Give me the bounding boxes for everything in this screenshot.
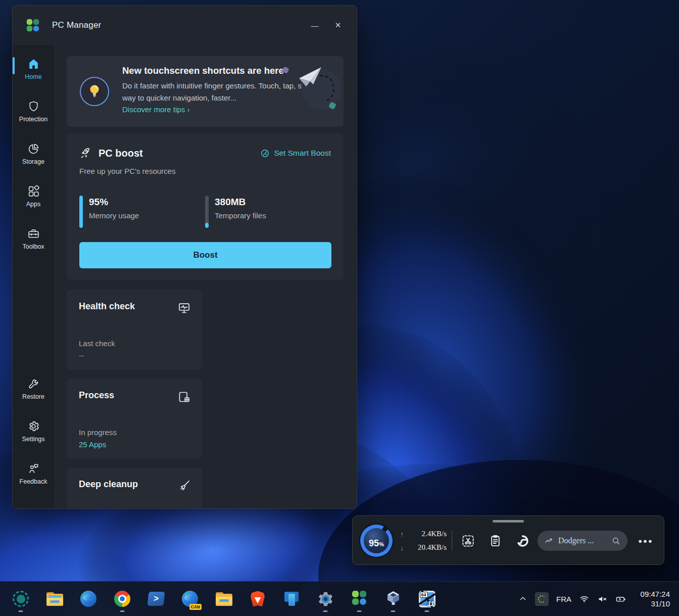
toolbox-icon <box>27 227 40 240</box>
process-apps-link[interactable]: 25 Apps <box>79 440 191 449</box>
cpu-usage-gauge[interactable]: 95% <box>360 525 393 557</box>
lightbulb-icon <box>80 77 109 106</box>
virtualbox-icon <box>385 590 402 608</box>
taskbar-settings[interactable] <box>316 584 335 614</box>
process-windows-icon <box>177 390 191 406</box>
title-bar: PC Manager — ✕ <box>13 6 357 45</box>
taskbar-brave[interactable] <box>248 584 267 614</box>
wrench-icon <box>27 377 40 390</box>
more-options-button[interactable]: ●●● <box>634 531 658 551</box>
process-card[interactable]: Process In progress 25 Apps <box>67 378 202 459</box>
storage-pie-icon <box>27 142 40 155</box>
pc-manager-logo-icon <box>26 18 40 32</box>
feedback-icon <box>27 462 40 475</box>
snip-button[interactable] <box>458 531 478 551</box>
file-explorer-icon <box>46 592 63 606</box>
drag-handle[interactable] <box>493 520 524 523</box>
canary-badge: CAN <box>189 604 202 610</box>
minimize-button[interactable]: — <box>303 17 326 34</box>
taskbar-folder[interactable] <box>214 584 233 614</box>
search-query-text: Dodgers ... <box>558 536 607 545</box>
sidebar-item-storage[interactable]: Storage <box>13 137 54 170</box>
temporary-files-bar <box>205 196 209 228</box>
sidebar-label: Home <box>25 73 41 80</box>
memory-usage-value: 95% <box>89 197 139 208</box>
system-tray: FRA 09:47:24 31/10 <box>518 589 674 609</box>
main-content: New touchscreen shortcuts are here Do it… <box>54 45 357 508</box>
paper-plane-illustration <box>275 58 341 114</box>
upload-arrow-icon: ↑ <box>400 530 404 538</box>
temporary-files-stat: 380MB Temporary files <box>205 196 331 228</box>
pc-boost-card: PC boost Set Smart Boost Free up your PC… <box>67 133 344 280</box>
performance-toolbar-widget: 95% ↑ 2.4KB/s ↓ 20.4KB/s <box>352 515 664 565</box>
set-smart-boost-link[interactable]: Set Smart Boost <box>260 149 331 158</box>
temporary-files-label: Temporary files <box>215 211 266 220</box>
sidebar-item-settings[interactable]: Settings <box>13 414 54 448</box>
volume-muted-icon[interactable] <box>597 594 608 604</box>
sidebar-item-apps[interactable]: Apps <box>13 179 54 213</box>
sidebar: Home Protection Storage <box>13 45 54 508</box>
hidden-icons-chevron[interactable] <box>518 594 527 603</box>
divider <box>452 531 452 551</box>
gear-icon <box>27 419 40 433</box>
apps-grid-icon <box>27 184 40 198</box>
snip-icon <box>461 534 475 548</box>
temporary-files-value: 380MB <box>215 197 266 208</box>
pc-boost-title: PC boost <box>99 148 143 159</box>
taskbar-virtualbox[interactable] <box>383 584 403 614</box>
sidebar-item-restore[interactable]: Restore <box>13 372 54 405</box>
taskbar-edge-canary[interactable]: CAN <box>180 584 200 614</box>
search-icon <box>611 536 621 546</box>
sidebar-item-feedback[interactable]: Feedback <box>13 457 54 490</box>
active-indicator <box>13 57 15 74</box>
health-monitor-icon <box>177 301 191 317</box>
edge-launcher-button[interactable] <box>512 531 532 551</box>
pc-manager-icon <box>351 590 367 608</box>
memory-usage-bar <box>79 196 83 228</box>
taskbar-chrome[interactable] <box>113 584 132 614</box>
taskbar-pc-manager[interactable] <box>350 584 369 614</box>
speedometer-icon <box>260 149 270 158</box>
chrome-icon <box>114 591 130 607</box>
taskbar: > CAN <box>0 581 679 616</box>
folder-icon <box>216 592 232 606</box>
vm-64bit-badge: 64 <box>420 592 428 598</box>
clipboard-icon <box>489 534 502 548</box>
taskbar-file-explorer[interactable] <box>45 584 64 614</box>
taskbar-clock[interactable]: 09:47:24 31/10 <box>634 589 670 609</box>
download-speed: 20.4KB/s <box>418 543 447 552</box>
deep-cleanup-card[interactable]: Deep cleanup Windows (C:) 141.8GB/315.3G… <box>67 467 202 508</box>
window-title: PC Manager <box>52 20 101 30</box>
brave-icon <box>251 591 265 607</box>
shield-icon <box>27 100 40 113</box>
taskbar-device-app[interactable] <box>282 584 301 614</box>
edge-swirl-icon <box>516 534 529 548</box>
network-speeds: ↑ 2.4KB/s ↓ 20.4KB/s <box>400 527 447 554</box>
health-check-card[interactable]: Health check Last check -- <box>67 290 202 370</box>
network-activity-tray-icon[interactable] <box>535 592 549 606</box>
taskbar-edge[interactable] <box>79 584 98 614</box>
wifi-icon[interactable] <box>579 594 590 604</box>
trending-icon <box>544 536 554 546</box>
memory-usage-stat: 95% Memory usage <box>79 196 205 228</box>
taskbar-screen-recorder[interactable] <box>11 584 30 614</box>
windows11-vm-icon: 64 11 <box>419 591 435 607</box>
sidebar-item-protection[interactable]: Protection <box>13 94 54 128</box>
language-indicator[interactable]: FRA <box>556 595 571 603</box>
boost-button[interactable]: Boost <box>79 242 331 268</box>
taskbar-powershell[interactable]: > <box>147 584 166 614</box>
edge-icon <box>80 591 96 607</box>
clipboard-button[interactable] <box>485 531 505 551</box>
touchscreen-tips-banner[interactable]: New touchscreen shortcuts are here Do it… <box>67 56 344 127</box>
vm-11-label: 11 <box>427 600 434 607</box>
battery-charging-icon[interactable] <box>615 594 626 604</box>
pc-boost-subtitle: Free up your PC's resources <box>79 167 331 175</box>
settings-gear-icon <box>317 591 334 607</box>
rocket-icon <box>79 147 92 160</box>
download-arrow-icon: ↓ <box>400 543 404 552</box>
news-search-box[interactable]: Dodgers ... <box>538 531 627 551</box>
sidebar-item-toolbox[interactable]: Toolbox <box>13 222 54 255</box>
close-button[interactable]: ✕ <box>326 17 350 34</box>
sidebar-item-home[interactable]: Home <box>13 52 54 85</box>
taskbar-windows11-vm[interactable]: 64 11 <box>417 584 437 614</box>
